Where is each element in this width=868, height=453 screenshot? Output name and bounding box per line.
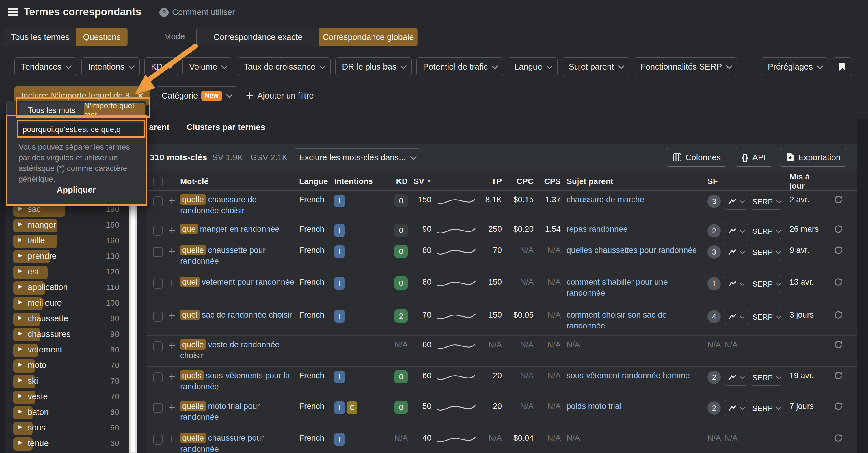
add-to-list-icon[interactable]: + [167, 434, 177, 445]
position-history-dropdown[interactable] [724, 276, 748, 292]
add-to-list-icon[interactable]: + [167, 278, 177, 289]
expand-triangle-icon[interactable]: ▶ [19, 393, 22, 399]
expand-triangle-icon[interactable]: ▶ [19, 205, 22, 211]
hamburger-menu-icon[interactable] [7, 8, 19, 17]
tab-any-word[interactable]: N'importe quel mot [84, 103, 145, 118]
serp-dropdown[interactable]: SERP [751, 223, 781, 239]
keyword-link[interactable]: quelle veste de randonnée choisir [180, 339, 299, 361]
parent-topic-link[interactable]: quelles chaussettes pour randonnée [566, 246, 697, 254]
filter-pill[interactable]: Intentions [82, 58, 140, 76]
parent-topic-link[interactable]: poids moto trial [566, 401, 621, 411]
serp-dropdown[interactable]: SERP [751, 400, 781, 416]
expand-triangle-icon[interactable]: ▶ [19, 221, 22, 227]
position-history-dropdown[interactable] [724, 244, 748, 260]
expand-triangle-icon[interactable]: ▶ [19, 252, 22, 258]
apply-button[interactable]: Appliquer [7, 185, 146, 195]
sidebar-term-item[interactable]: ▶ manger 160 [5, 219, 129, 232]
close-icon[interactable]: × [137, 90, 144, 101]
refresh-icon[interactable] [833, 340, 843, 350]
sidebar-term-item[interactable]: ▶ chaussette 90 [5, 312, 129, 326]
sidebar-term-item[interactable]: ▶ tenue 60 [5, 437, 129, 451]
position-history-dropdown[interactable] [724, 223, 748, 239]
sidebar-term-item[interactable]: ▶ meilleure 100 [5, 297, 129, 310]
page-scrollbar-track[interactable] [857, 119, 868, 453]
export-button[interactable]: Exportation [780, 148, 847, 167]
add-to-list-icon[interactable]: + [167, 246, 177, 257]
sidebar-term-item[interactable]: ▶ taille 160 [5, 235, 129, 248]
sidebar-term-item[interactable]: ▶ prendre 130 [5, 250, 129, 264]
serp-dropdown[interactable]: SERP [751, 309, 781, 325]
expand-triangle-icon[interactable]: ▶ [19, 346, 22, 352]
tab-questions[interactable]: Questions [76, 28, 127, 46]
row-checkbox[interactable] [153, 372, 163, 382]
parent-topic-link[interactable]: repas randonnée [566, 224, 628, 234]
col-cpc[interactable]: CPC [502, 177, 534, 186]
keyword-link[interactable]: quelle moto trial pour randonnée [180, 401, 299, 423]
parent-topic-link[interactable]: comment choisir son sac de randonnée [566, 310, 667, 330]
expand-triangle-icon[interactable]: ▶ [19, 424, 22, 430]
select-all-checkbox[interactable] [153, 177, 163, 186]
tab-clusters-by-terms[interactable]: Clusters par termes [187, 122, 265, 132]
refresh-icon[interactable] [833, 224, 843, 234]
col-sv-sorted[interactable]: SV▼ [408, 177, 431, 186]
col-parent[interactable]: Sujet parent [561, 177, 705, 186]
parent-topic-link[interactable]: comment s'habiller pour une randonnée [566, 277, 668, 297]
keyword-link[interactable]: que manger en randonnée [180, 223, 299, 235]
filter-pill[interactable]: DR le plus bas [335, 58, 412, 76]
tab-global-match[interactable]: Correspondance globale [319, 28, 417, 46]
presets-dropdown[interactable]: Préréglages [761, 58, 828, 76]
serp-dropdown[interactable]: SERP [751, 276, 781, 292]
terms-input[interactable] [19, 123, 143, 136]
parent-topic-link[interactable]: sous-vêtement randonnée homme [566, 371, 689, 380]
position-history-dropdown[interactable] [724, 309, 748, 325]
exclude-keywords-dropdown[interactable]: Exclure les mots-clés dans... [293, 149, 421, 167]
tab-exact-match[interactable]: Correspondance exacte [197, 28, 319, 46]
add-filter-button[interactable]: + Ajouter un filtre [246, 90, 314, 100]
col-tp[interactable]: TP [480, 177, 502, 186]
serp-dropdown[interactable]: SERP [751, 244, 781, 260]
expand-triangle-icon[interactable]: ▶ [19, 237, 22, 243]
col-keyword[interactable]: Mot-clé [180, 177, 299, 186]
row-checkbox[interactable] [153, 312, 163, 322]
expand-triangle-icon[interactable]: ▶ [19, 268, 22, 274]
keyword-link[interactable]: quel sac de randonnée choisir [180, 309, 299, 321]
add-to-list-icon[interactable]: + [167, 402, 177, 413]
row-checkbox[interactable] [153, 435, 163, 445]
api-button[interactable]: {} API [735, 148, 772, 167]
position-history-dropdown[interactable] [724, 400, 748, 416]
filter-pill[interactable]: Fonctionnalités SERP [634, 58, 737, 76]
keyword-link[interactable]: quelle chaussette pour randonnée [180, 245, 299, 267]
expand-triangle-icon[interactable]: ▶ [19, 377, 22, 383]
expand-triangle-icon[interactable]: ▶ [19, 283, 22, 290]
refresh-icon[interactable] [833, 310, 843, 320]
refresh-icon[interactable] [833, 371, 843, 381]
sidebar-term-item[interactable]: ▶ sous 60 [5, 422, 129, 435]
bookmark-button[interactable] [833, 58, 852, 76]
expand-triangle-icon[interactable]: ▶ [19, 330, 22, 336]
expand-triangle-icon[interactable]: ▶ [19, 299, 22, 305]
expand-triangle-icon[interactable]: ▶ [19, 408, 22, 414]
col-sf[interactable]: SF [705, 177, 724, 186]
sidebar-term-item[interactable]: ▶ moto 70 [5, 359, 129, 373]
add-to-list-icon[interactable]: + [167, 195, 177, 206]
col-kd[interactable]: KD [391, 177, 408, 186]
sidebar-term-item[interactable]: ▶ application 110 [5, 281, 129, 295]
refresh-icon[interactable] [833, 401, 843, 411]
keyword-link[interactable]: quelle chaussure de randonnée choisir [180, 194, 299, 216]
columns-button[interactable]: Colonnes [666, 148, 728, 167]
col-intents[interactable]: Intentions [334, 177, 391, 186]
refresh-icon[interactable] [833, 195, 843, 205]
add-to-list-icon[interactable]: + [167, 340, 177, 351]
refresh-icon[interactable] [833, 245, 843, 255]
add-to-list-icon[interactable]: + [167, 371, 177, 382]
parent-topic-link[interactable]: chaussure de marche [566, 195, 644, 204]
filter-pill[interactable]: KD [144, 58, 178, 76]
filter-pill[interactable]: Volume [183, 58, 232, 76]
tab-all-words[interactable]: Tous les mots [19, 103, 84, 118]
row-checkbox[interactable] [153, 226, 163, 236]
serp-dropdown[interactable]: SERP [751, 193, 781, 210]
sidebar-scrollbar-thumb[interactable] [130, 203, 135, 452]
row-checkbox[interactable] [153, 279, 163, 289]
filter-pill[interactable]: Potentiel de trafic [416, 58, 503, 76]
col-updated[interactable]: Mis à jour [785, 172, 827, 191]
